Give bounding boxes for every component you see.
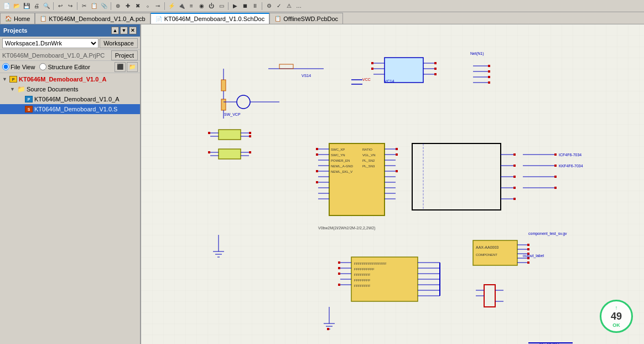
schdoc-file-icon: S bbox=[24, 105, 33, 113]
tab-bar: 🏠 Home 📋 KT0646M_Demoboard_V1.0_A.pcb 📄 … bbox=[0, 12, 644, 24]
workspace-button[interactable]: Workspace bbox=[100, 38, 138, 48]
zoom-ok: OK bbox=[612, 322, 620, 328]
tool1-icon[interactable]: ⊕ bbox=[113, 2, 122, 11]
root-project-icon: P bbox=[9, 75, 18, 83]
open-icon[interactable]: 📂 bbox=[12, 2, 21, 11]
zoom-value: 49 bbox=[611, 311, 622, 322]
tool4-icon[interactable]: ⬦ bbox=[143, 2, 152, 11]
file-view-radio-label[interactable]: File View bbox=[2, 63, 35, 70]
panel-close-btn[interactable]: ✕ bbox=[129, 27, 137, 34]
stop-icon[interactable]: ⏹ bbox=[241, 2, 250, 11]
svg-text:POWER_EN: POWER_EN bbox=[331, 159, 350, 162]
svg-rect-143 bbox=[338, 273, 340, 275]
svg-text:VCC: VCC bbox=[362, 78, 371, 81]
svg-rect-25 bbox=[371, 68, 373, 70]
svg-rect-104 bbox=[554, 165, 557, 167]
svg-text:FFFFFFFF: FFFFFFFF bbox=[354, 279, 371, 282]
magnify-icon[interactable]: 🔍 bbox=[42, 2, 51, 11]
svg-text:FFFFFFFFFF: FFFFFFFFFF bbox=[354, 268, 375, 271]
panel-header: Projects ▲ ▼ ✕ bbox=[0, 24, 140, 37]
view-icon-2[interactable]: 📁 bbox=[127, 62, 138, 72]
wire-icon[interactable]: ⚡ bbox=[167, 2, 176, 11]
tab-home[interactable]: 🏠 Home bbox=[0, 13, 35, 24]
workspace-select[interactable]: Workspace1.DsnWrk bbox=[2, 38, 98, 48]
run-icon[interactable]: ▶ bbox=[231, 2, 240, 11]
more-icon[interactable]: … bbox=[294, 2, 303, 11]
check-icon[interactable]: ✓ bbox=[274, 2, 283, 11]
source-docs-expand-icon: ▼ bbox=[10, 86, 17, 92]
svg-text:SWC_YN: SWC_YN bbox=[331, 153, 345, 157]
net-label-2: VS14 bbox=[302, 74, 311, 78]
tool2-icon[interactable]: ✚ bbox=[123, 2, 132, 11]
copy-icon[interactable]: 📋 bbox=[90, 2, 98, 11]
project-button[interactable]: Project bbox=[111, 50, 138, 60]
source-docs-label: Source Documents bbox=[27, 86, 79, 93]
svg-rect-23 bbox=[434, 73, 437, 75]
cut-icon[interactable]: ✂ bbox=[80, 2, 89, 11]
svg-rect-31 bbox=[488, 70, 490, 73]
svg-text:FFFFFFFF: FFFFFFFF bbox=[354, 284, 371, 287]
svg-rect-48 bbox=[249, 151, 251, 153]
svg-rect-121 bbox=[527, 261, 529, 264]
svg-text:FFFFFFFF: FFFFFFFF bbox=[354, 273, 371, 276]
tab-home-label: Home bbox=[14, 16, 30, 22]
netlist-icon[interactable]: 🔌 bbox=[177, 2, 186, 11]
project-tree[interactable]: ▼ P KT0646M_Demoboard_V1.0_A ▼ 📁 Source … bbox=[0, 73, 140, 344]
pcb-file-label: KT0646M_Demoboard_V1.0_A bbox=[34, 96, 119, 102]
svg-text:AAX-AA0003: AAX-AA0003 bbox=[476, 245, 498, 249]
structure-editor-radio[interactable] bbox=[39, 63, 46, 70]
zoom-indicator: ↑ 49 OK bbox=[600, 300, 633, 333]
svg-rect-97 bbox=[513, 187, 516, 189]
structure-editor-radio-label[interactable]: Structure Editor bbox=[39, 63, 90, 70]
compile-icon[interactable]: ⚙ bbox=[264, 2, 273, 11]
zoom-circle: ↑ 49 OK bbox=[600, 300, 633, 333]
view-icons: ⬛ 📁 bbox=[115, 62, 138, 72]
project-row: KT0646M_Demoboard_V1.0_A.PrjPC Project bbox=[0, 50, 140, 61]
tab-pcbdoc[interactable]: 📋 OfflineSWD.PcbDoc bbox=[269, 13, 343, 24]
pause-icon[interactable]: ⏸ bbox=[251, 2, 259, 11]
redo-icon[interactable]: ↪ bbox=[66, 2, 75, 11]
tool5-icon[interactable]: ⊸ bbox=[153, 2, 162, 11]
svg-text:PL_SN3: PL_SN3 bbox=[362, 165, 375, 168]
svg-text:COMPONENT: COMPONENT bbox=[476, 253, 497, 256]
panel-expand-btn[interactable]: ▼ bbox=[120, 27, 128, 34]
svg-rect-1 bbox=[221, 80, 226, 91]
svg-rect-2 bbox=[221, 99, 226, 110]
junction-icon[interactable]: ◉ bbox=[197, 2, 206, 11]
net-label-6: output_label bbox=[523, 254, 544, 258]
tree-root-item[interactable]: ▼ P KT0646M_Demoboard_V1.0_A bbox=[0, 74, 140, 84]
print-icon[interactable]: 🖨 bbox=[32, 2, 41, 11]
view-icon-1[interactable]: ⬛ bbox=[115, 62, 126, 72]
source-docs-folder-icon: 📁 bbox=[17, 85, 25, 93]
svg-rect-103 bbox=[554, 153, 557, 156]
svg-rect-79 bbox=[316, 148, 318, 150]
svg-rect-40 bbox=[249, 132, 251, 134]
new-icon[interactable]: 📄 bbox=[2, 2, 11, 11]
panel-title: Projects bbox=[3, 27, 27, 34]
pcbdoc-icon: 📋 bbox=[274, 16, 281, 22]
tree-schdoc-item[interactable]: S KT0646M_Demoboard_V1.0.S bbox=[0, 104, 140, 114]
comp-icon[interactable]: ▭ bbox=[217, 2, 226, 11]
separator-5 bbox=[228, 2, 228, 10]
tab-pcb[interactable]: 📋 KT0646M_Demoboard_V1.0_A.pcb bbox=[35, 13, 150, 24]
paste-icon[interactable]: 📎 bbox=[100, 2, 108, 11]
root-label: KT0646M_Demoboard_V1.0_A bbox=[19, 76, 106, 83]
power-icon[interactable]: ⏻ bbox=[207, 2, 216, 11]
separator-3 bbox=[111, 2, 111, 10]
panel-collapse-btn[interactable]: ▲ bbox=[111, 27, 119, 34]
undo-icon[interactable]: ↩ bbox=[56, 2, 65, 11]
file-view-radio[interactable] bbox=[2, 63, 9, 70]
left-panel: Projects ▲ ▼ ✕ Workspace1.DsnWrk Workspa… bbox=[0, 24, 141, 344]
tab-schdoc[interactable]: 📄 KT0646M_Demoboard_V1.0.SchDoc bbox=[150, 13, 270, 24]
save-icon[interactable]: 💾 bbox=[22, 2, 31, 11]
tool3-icon[interactable]: ✖ bbox=[133, 2, 142, 11]
svg-rect-81 bbox=[316, 170, 318, 172]
bus-icon[interactable]: ≡ bbox=[187, 2, 196, 11]
root-expand-icon: ▼ bbox=[2, 76, 9, 82]
svg-rect-95 bbox=[513, 165, 516, 167]
tree-pcb-item[interactable]: P KT0646M_Demoboard_V1.0_A bbox=[0, 94, 140, 104]
separator-2 bbox=[77, 2, 77, 10]
tree-source-docs-item[interactable]: ▼ 📁 Source Documents bbox=[0, 84, 140, 94]
error-icon[interactable]: ⚠ bbox=[284, 2, 293, 11]
separator-4 bbox=[164, 2, 165, 10]
